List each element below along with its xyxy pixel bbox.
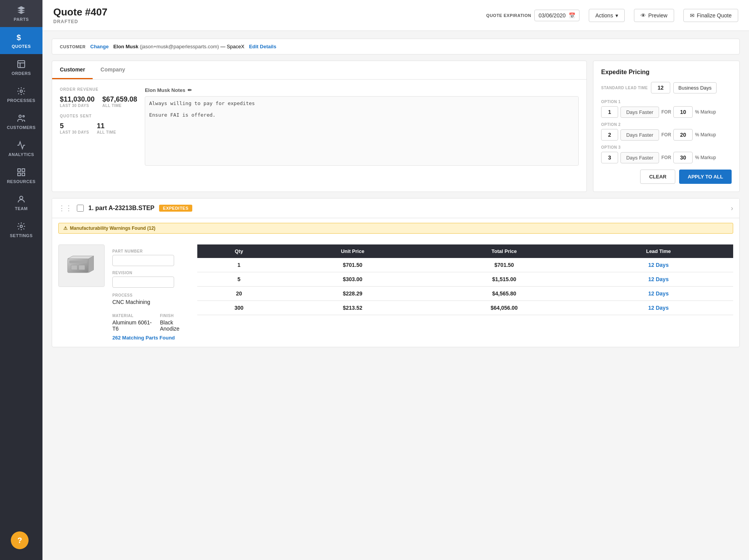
sidebar-item-processes[interactable]: PROCESSES — [0, 81, 42, 108]
quotes-all-value: 11 — [97, 122, 116, 130]
sidebar-item-quotes[interactable]: $ QUOTES — [0, 27, 42, 54]
help-button[interactable]: ? — [11, 531, 29, 549]
svg-point-9 — [20, 196, 23, 199]
unit-price-cell: $303.00 — [281, 272, 425, 287]
apply-to-all-button[interactable]: APPLY TO ALL — [679, 170, 732, 184]
calendar-icon: 📅 — [569, 12, 575, 19]
finish-label: FINISH — [160, 314, 190, 318]
customer-edit-link[interactable]: Edit Details — [249, 44, 276, 49]
preview-button[interactable]: 👁 Preview — [634, 9, 674, 22]
matching-parts-link[interactable]: 262 Matching Parts Found — [112, 335, 190, 341]
total-price-cell: $64,056.00 — [425, 301, 584, 315]
pricing-body: 1 $701.50 $701.50 12 Days 5 $303.00 $1,5… — [197, 258, 733, 315]
expiration-date-value: 03/06/2020 — [539, 12, 566, 19]
clear-button[interactable]: CLEAR — [640, 170, 675, 184]
revenue-all-value: $67,659.08 — [102, 95, 137, 104]
part-number-label: PART NUMBER — [112, 249, 190, 253]
option-1-days-faster: Days Faster — [620, 107, 659, 118]
lead-time-unit: Business Days — [673, 82, 717, 93]
option-3-row: Days Faster FOR % Markup — [601, 152, 732, 163]
customer-separator: — — [220, 44, 225, 49]
warning-text: Manufacturability Warnings Found (12) — [70, 226, 156, 231]
part-number-input[interactable] — [112, 255, 174, 266]
part-checkbox[interactable] — [77, 205, 84, 212]
customer-bar: CUSTOMER Change Elon Musk (jason+musk@pa… — [52, 39, 740, 54]
option-1-row: Days Faster FOR % Markup — [601, 106, 732, 118]
option-2-num-input[interactable] — [601, 129, 618, 141]
option-2-section: OPTION 2 Days Faster FOR % Markup — [601, 122, 732, 141]
pricing-row: 5 $303.00 $1,515.00 12 Days — [197, 272, 733, 287]
option-3-for: FOR — [661, 155, 671, 160]
option-1-num-input[interactable] — [601, 106, 618, 118]
revision-label: REVISION — [112, 271, 190, 275]
sidebar-item-resources[interactable]: RESOURCES — [0, 162, 42, 189]
sidebar-label-analytics: ANALYTICS — [8, 152, 34, 157]
revision-input[interactable] — [112, 277, 174, 288]
pricing-row: 1 $701.50 $701.50 12 Days — [197, 258, 733, 272]
card-body: ORDER REVENUE $11,030.00 LAST 30 DAYS $6… — [52, 80, 586, 175]
svg-point-4 — [23, 115, 24, 117]
actions-label: Actions — [595, 12, 613, 19]
unit-price-cell: $701.50 — [281, 258, 425, 272]
option-1-label: OPTION 1 — [601, 100, 732, 104]
actions-button[interactable]: Actions ▾ — [589, 9, 625, 22]
expand-icon[interactable]: › — [731, 204, 733, 212]
quotes-30-value: 5 — [60, 122, 89, 130]
revenue-all: $67,659.08 ALL TIME — [102, 95, 137, 108]
svg-rect-12 — [69, 261, 87, 263]
customer-change-link[interactable]: Change — [90, 44, 109, 49]
quote-number: Quote #407 — [53, 6, 107, 18]
pricing-table-wrap: Qty Unit Price Total Price Lead Time 1 $… — [197, 244, 733, 315]
material-value: Aluminum 6061-T6 — [112, 319, 152, 332]
sidebar-item-parts[interactable]: PARTS — [0, 0, 42, 27]
option-2-pct-input[interactable] — [673, 129, 693, 141]
sidebar-label-orders: ORDERS — [12, 71, 31, 76]
svg-rect-7 — [22, 173, 25, 176]
part-thumbnail — [58, 244, 105, 287]
expiration-date-input[interactable]: 03/06/2020 📅 — [534, 10, 580, 21]
sidebar-item-team[interactable]: TEAM — [0, 189, 42, 216]
option-2-label: OPTION 2 — [601, 122, 732, 127]
finalize-button[interactable]: ✉ Finalize Quote — [683, 9, 738, 22]
edit-pencil-icon: ✏ — [188, 87, 192, 93]
option-3-label: OPTION 3 — [601, 145, 732, 149]
process-label: PROCESS — [112, 293, 190, 297]
quotes-section-title: QUOTES SENT — [60, 114, 137, 118]
revenue-all-label: ALL TIME — [102, 104, 137, 108]
tab-customer[interactable]: Customer — [52, 61, 93, 79]
sidebar-label-team: TEAM — [15, 206, 27, 211]
qty-cell: 5 — [197, 272, 281, 287]
option-2-for: FOR — [661, 132, 671, 137]
notes-textarea[interactable]: Always willing to pay for expedites Ensu… — [145, 96, 579, 166]
expedite-actions: CLEAR APPLY TO ALL — [601, 170, 732, 184]
material-block: MATERIAL Aluminum 6061-T6 — [112, 309, 152, 332]
qty-cell: 1 — [197, 258, 281, 272]
option-3-num-input[interactable] — [601, 152, 618, 163]
option-1-for: FOR — [661, 109, 671, 115]
lead-time-cell[interactable]: 12 Days — [584, 287, 733, 301]
sidebar-item-customers[interactable]: CUSTOMERS — [0, 108, 42, 135]
lead-time-input[interactable] — [651, 82, 670, 93]
pricing-row: 20 $228.29 $4,565.80 12 Days — [197, 287, 733, 301]
unit-price-cell: $228.29 — [281, 287, 425, 301]
option-3-section: OPTION 3 Days Faster FOR % Markup — [601, 145, 732, 163]
option-3-pct-input[interactable] — [673, 152, 693, 163]
tab-company[interactable]: Company — [93, 61, 133, 79]
lead-time-cell[interactable]: 12 Days — [584, 301, 733, 315]
option-1-pct-input[interactable] — [673, 106, 693, 118]
sidebar-item-analytics[interactable]: ANALYTICS — [0, 135, 42, 162]
sidebar-item-orders[interactable]: ORDERS — [0, 54, 42, 81]
revenue-30-value: $11,030.00 — [60, 95, 95, 104]
svg-rect-8 — [18, 173, 20, 176]
sidebar-label-quotes: QUOTES — [12, 44, 31, 49]
quote-status: DRAFTED — [53, 19, 107, 24]
quote-title-block: Quote #407 DRAFTED — [53, 6, 107, 24]
email-icon: ✉ — [690, 12, 695, 19]
finish-value: Black Anodize — [160, 319, 190, 332]
qty-cell: 300 — [197, 301, 281, 315]
lead-time-cell[interactable]: 12 Days — [584, 258, 733, 272]
order-info: ORDER REVENUE $11,030.00 LAST 30 DAYS $6… — [60, 87, 137, 167]
sidebar-item-settings[interactable]: SETTINGS — [0, 216, 42, 243]
lead-time-cell[interactable]: 12 Days — [584, 272, 733, 287]
sidebar-label-customers: CUSTOMERS — [7, 125, 36, 130]
